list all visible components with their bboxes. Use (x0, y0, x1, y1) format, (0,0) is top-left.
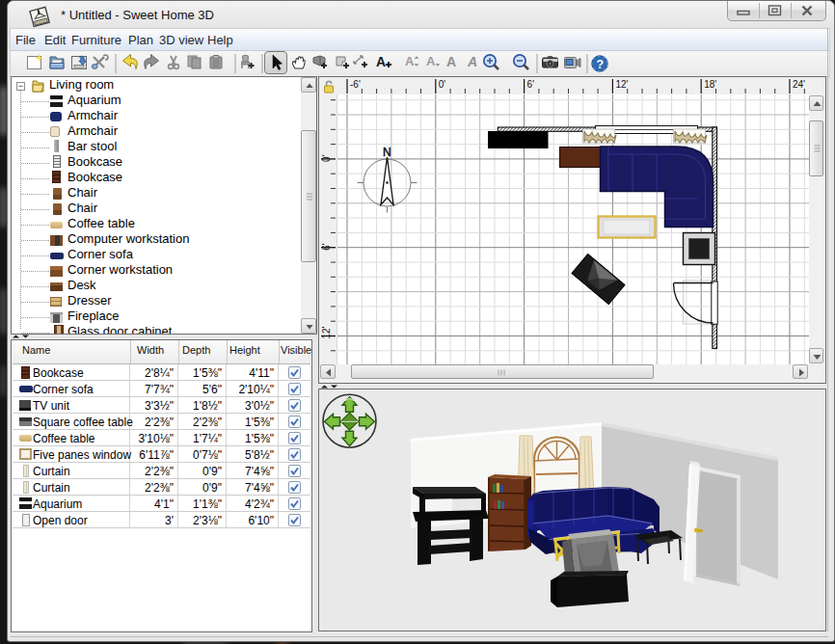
svg-text:12': 12' (615, 79, 628, 90)
svg-text:18': 18' (704, 79, 716, 90)
svg-text:24': 24' (793, 79, 805, 90)
svg-text:A: A (426, 54, 436, 68)
svg-text:N: N (383, 146, 391, 159)
svg-text:0': 0' (321, 154, 332, 162)
svg-text:6': 6' (527, 79, 535, 90)
svg-text:A: A (376, 54, 386, 69)
svg-text:?: ? (597, 58, 605, 71)
svg-text:-6': -6' (350, 79, 361, 90)
svg-text:6': 6' (321, 243, 332, 251)
svg-text:0': 0' (439, 79, 446, 90)
svg-text:A: A (467, 54, 477, 69)
svg-text:A: A (405, 54, 415, 68)
svg-text:12': 12' (321, 326, 332, 338)
svg-text:A: A (446, 54, 456, 69)
